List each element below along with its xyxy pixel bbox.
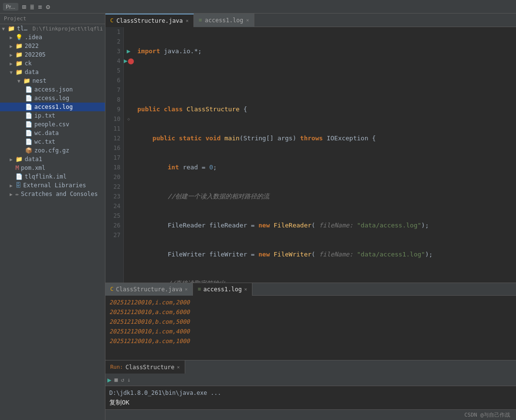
run-label: Run: (110, 364, 123, 370)
code-line-4: public static void main(String[] args) t… (137, 134, 512, 143)
gutter-marker-27: ◇ (127, 281, 130, 283)
log-line-1: 202512120010,i.com,2000 (109, 298, 512, 307)
tree-ext-libs[interactable]: ▶ 🗄 External Libraries (0, 181, 105, 190)
code-content[interactable]: import java.io.*; public class ClassStru… (133, 27, 516, 283)
run-close-icon[interactable]: ✕ (177, 364, 180, 370)
project-button[interactable]: Pr... (3, 3, 18, 11)
tree-nest[interactable]: ▼ 📁 nest (0, 76, 105, 85)
code-editor: 1 2 3 4 5 6 7 8 9 10 11 12 16 17 (105, 27, 516, 283)
bookmark-icon[interactable]: ≡ (38, 3, 42, 11)
tree-access-json[interactable]: 📄 access.json (0, 85, 105, 94)
sidebar-title: Project (4, 15, 26, 22)
code-line-8: FileWriter fileWriter = new FileWriter( … (137, 250, 512, 259)
tree-people-csv[interactable]: 📄 people.csv (0, 120, 105, 129)
bottom-split-pane: C ClassStructure.java ✕ ≡ access1.log ✕ … (105, 283, 516, 360)
split-tab-close-log[interactable]: ✕ (244, 286, 247, 292)
log-line-4: 202512120010,i.com,4000 (109, 327, 512, 336)
log-file-icon: ≡ (199, 17, 202, 23)
tree-ck[interactable]: ▶ 📁 ck (0, 59, 105, 68)
split-java-icon: C (110, 286, 114, 292)
run-arrow-4: ▶ (124, 56, 128, 66)
tree-zoo-cfg[interactable]: 📦 zoo.cfg.gz (0, 146, 105, 155)
project-tree: ▼ 📁 tlqflink D:\flinkproject\tlqfli ▶ 💡 … (0, 24, 105, 420)
top-toolbar: Pr... ⊞ ≣ ≡ ⚙ (0, 0, 516, 14)
split-tab-class[interactable]: C ClassStructure.java ✕ (105, 283, 193, 296)
rerun-button[interactable]: ↺ (121, 376, 124, 383)
tree-access1-log[interactable]: 📄 access1.log (0, 103, 105, 111)
split-tab-bar: C ClassStructure.java ✕ ≡ access1.log ✕ (105, 283, 516, 296)
tree-2022[interactable]: ▶ 📁 2022 (0, 42, 105, 50)
line-numbers: 1 2 3 4 5 6 7 8 9 10 11 12 16 17 (105, 27, 124, 283)
log-line-3: 202512120010,b.com,5000 (109, 317, 512, 327)
run-class-label: ClassStructure (126, 364, 175, 371)
tree-ip-txt[interactable]: 📄 ip.txt (0, 111, 105, 120)
tab-close-class[interactable]: ✕ (186, 18, 189, 23)
run-button[interactable]: ▶ (107, 376, 111, 384)
gutter-marker-10: ◇ (127, 117, 130, 121)
code-line-1: import java.io.*; (137, 46, 512, 56)
split-tab-close-class[interactable]: ✕ (185, 286, 188, 292)
tab-label-class: ClassStructure.java (117, 17, 183, 24)
java-file-icon: C (110, 17, 114, 24)
code-line-5: int read = 0; (137, 163, 512, 172)
editor-tab-bar: C ClassStructure.java ✕ ≡ access1.log ✕ (105, 14, 516, 27)
tree-idea[interactable]: ▶ 💡 .idea (0, 33, 105, 42)
console-content: D:\jdk1.8.0_261\bin\java.exe ... 复制OK (105, 386, 516, 409)
log-line-5: 202512120010,a.com,1000 (109, 336, 512, 346)
tab-class-structure[interactable]: C ClassStructure.java ✕ (105, 14, 194, 27)
split-tab-class-label: ClassStructure.java (116, 286, 182, 293)
log-line-2: 202512120010,a.com,6000 (109, 307, 512, 317)
sidebar-header: Project (0, 14, 105, 24)
project-sidebar: Project ▼ 📁 tlqflink D:\flinkproject\tlq… (0, 14, 105, 420)
status-bar: CSDN @与自己作战 (105, 409, 516, 420)
code-line-9: //直接读取字符输出 (137, 279, 512, 283)
split-log-icon: ≡ (198, 286, 201, 292)
code-gutter: ▶ ▶ ⬤ ◇ (124, 27, 133, 283)
run-bar: Run: ClassStructure ✕ (105, 360, 516, 374)
tree-root[interactable]: ▼ 📁 tlqflink D:\flinkproject\tlqfli (0, 24, 105, 33)
settings-icon[interactable]: ⚙ (46, 3, 50, 11)
log-content: 202512120010,i.com,2000 202512120010,a.c… (105, 296, 516, 360)
split-tab-log[interactable]: ≡ access1.log ✕ (193, 283, 252, 296)
breakpoint-4: ⬤ (128, 58, 134, 64)
tree-wc-txt[interactable]: 📄 wc.txt (0, 137, 105, 146)
console-cmd-line: D:\jdk1.8.0_261\bin\java.exe ... (109, 388, 512, 398)
console-area: ▶ ■ ↺ ↓ D:\jdk1.8.0_261\bin\java.exe ...… (105, 374, 516, 409)
tab-access1-log[interactable]: ≡ access1.log ✕ (194, 14, 254, 27)
hierarchy-icon[interactable]: ≣ (30, 3, 34, 11)
tree-iml[interactable]: 📄 tlqflink.iml (0, 172, 105, 181)
tree-access-log[interactable]: 📄 access.log (0, 94, 105, 103)
run-arrow-3: ▶ (124, 46, 133, 56)
tree-data1[interactable]: ▶ 📁 data1 (0, 155, 105, 164)
scroll-end-button[interactable]: ↓ (127, 376, 131, 383)
stop-button[interactable]: ■ (114, 376, 118, 383)
console-output-line: 复制OK (109, 398, 512, 407)
tree-data[interactable]: ▼ 📁 data (0, 68, 105, 76)
status-text: CSDN @与自己作战 (464, 411, 510, 419)
tree-scratches[interactable]: ▶ ✏ Scratches and Consoles (0, 190, 105, 198)
code-line-7: FileReader fileReader = new FileReader( … (137, 221, 512, 230)
code-line-6: //创建一个读入数据的相对路径的流 (137, 192, 512, 201)
run-tab[interactable]: Run: ClassStructure ✕ (105, 360, 185, 374)
console-toolbar: ▶ ■ ↺ ↓ (105, 374, 516, 386)
tree-pom-xml[interactable]: M pom.xml (0, 164, 105, 172)
tab-label-log: access1.log (205, 17, 243, 24)
code-line-3: public class ClassStructure { (137, 105, 512, 114)
structure-icon[interactable]: ⊞ (22, 3, 26, 11)
tab-close-log[interactable]: ✕ (246, 17, 249, 23)
tree-202205[interactable]: ▶ 📁 202205 (0, 50, 105, 59)
split-tab-log-label: access1.log (204, 286, 242, 293)
code-line-2 (137, 75, 512, 85)
tree-wc-data[interactable]: 📄 wc.data (0, 129, 105, 137)
